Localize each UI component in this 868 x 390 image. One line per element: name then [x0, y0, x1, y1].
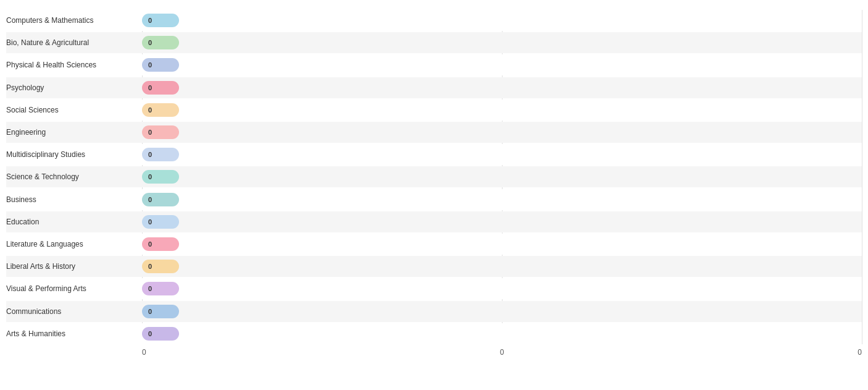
bar-value: 0: [148, 173, 152, 180]
bar-row: Education0: [6, 211, 862, 232]
bar-label: Education: [6, 218, 142, 226]
bar-value: 0: [148, 39, 152, 46]
bar-row: Literature & Languages0: [6, 234, 862, 255]
bar-pill: 0: [142, 36, 179, 49]
bar-row: Arts & Humanities0: [6, 323, 862, 344]
bar-value: 0: [148, 330, 152, 337]
bar-row: Liberal Arts & History0: [6, 256, 862, 277]
bar-row: Computers & Mathematics0: [6, 10, 862, 31]
bar-row: Engineering0: [6, 122, 862, 143]
bar-pill: 0: [142, 14, 179, 27]
bar-wrapper: 0: [142, 256, 862, 277]
bar-value: 0: [148, 17, 152, 24]
bar-wrapper: 0: [142, 54, 862, 75]
bar-pill: 0: [142, 260, 179, 273]
bar-wrapper: 0: [142, 32, 862, 53]
bar-pill: 0: [142, 193, 179, 206]
bar-wrapper: 0: [142, 144, 862, 165]
bar-label: Communications: [6, 307, 142, 316]
bar-wrapper: 0: [142, 122, 862, 143]
bar-pill: 0: [142, 125, 179, 139]
bar-label: Liberal Arts & History: [6, 262, 142, 271]
bar-wrapper: 0: [142, 323, 862, 344]
bar-pill: 0: [142, 58, 179, 72]
bar-row: Physical & Health Sciences0: [6, 54, 862, 75]
bar-pill: 0: [142, 81, 179, 95]
bar-wrapper: 0: [142, 211, 862, 232]
bar-row: Visual & Performing Arts0: [6, 278, 862, 299]
bar-value: 0: [148, 106, 152, 114]
bar-label: Social Sciences: [6, 106, 142, 114]
x-axis: 000: [6, 345, 862, 357]
bar-value: 0: [148, 84, 152, 91]
bar-pill: 0: [142, 305, 179, 318]
chart-container: Computers & Mathematics0Bio, Nature & Ag…: [0, 0, 868, 390]
x-axis-label: 0: [500, 348, 504, 357]
bar-wrapper: 0: [142, 77, 862, 98]
bar-value: 0: [148, 240, 152, 248]
bar-wrapper: 0: [142, 278, 862, 299]
bar-label: Engineering: [6, 128, 142, 137]
bars-area: Computers & Mathematics0Bio, Nature & Ag…: [6, 10, 862, 344]
bar-pill: 0: [142, 215, 179, 229]
bar-wrapper: 0: [142, 234, 862, 255]
bar-label: Multidisciplinary Studies: [6, 150, 142, 159]
bar-wrapper: 0: [142, 10, 862, 31]
bar-value: 0: [148, 263, 152, 270]
bar-label: Psychology: [6, 83, 142, 92]
bar-pill: 0: [142, 148, 179, 161]
bar-wrapper: 0: [142, 301, 862, 322]
bar-row: Business0: [6, 189, 862, 210]
bar-value: 0: [148, 61, 152, 69]
bar-row: Social Sciences0: [6, 100, 862, 121]
bar-row: Science & Technology0: [6, 166, 862, 187]
bar-label: Business: [6, 195, 142, 204]
bar-label: Physical & Health Sciences: [6, 61, 142, 69]
bar-wrapper: 0: [142, 100, 862, 121]
bar-value: 0: [148, 151, 152, 158]
grid-line-3: [862, 10, 862, 344]
bar-row: Communications0: [6, 301, 862, 322]
bar-label: Visual & Performing Arts: [6, 284, 142, 293]
bar-pill: 0: [142, 282, 179, 295]
x-axis-label: 0: [858, 348, 862, 357]
bar-pill: 0: [142, 327, 179, 341]
chart-body: Computers & Mathematics0Bio, Nature & Ag…: [6, 10, 862, 344]
bar-value: 0: [148, 196, 152, 203]
bar-label: Literature & Languages: [6, 240, 142, 248]
x-axis-label: 0: [142, 348, 146, 357]
bar-label: Science & Technology: [6, 172, 142, 181]
bar-pill: 0: [142, 170, 179, 184]
bar-row: Psychology0: [6, 77, 862, 98]
bar-pill: 0: [142, 103, 179, 117]
bar-row: Bio, Nature & Agricultural0: [6, 32, 862, 53]
bar-value: 0: [148, 285, 152, 292]
bar-row: Multidisciplinary Studies0: [6, 144, 862, 165]
bar-wrapper: 0: [142, 189, 862, 210]
bar-wrapper: 0: [142, 166, 862, 187]
bar-pill: 0: [142, 237, 179, 251]
bar-value: 0: [148, 218, 152, 226]
bar-label: Computers & Mathematics: [6, 16, 142, 25]
bar-label: Bio, Nature & Agricultural: [6, 38, 142, 47]
bar-value: 0: [148, 308, 152, 315]
bar-label: Arts & Humanities: [6, 329, 142, 338]
bar-value: 0: [148, 129, 152, 136]
